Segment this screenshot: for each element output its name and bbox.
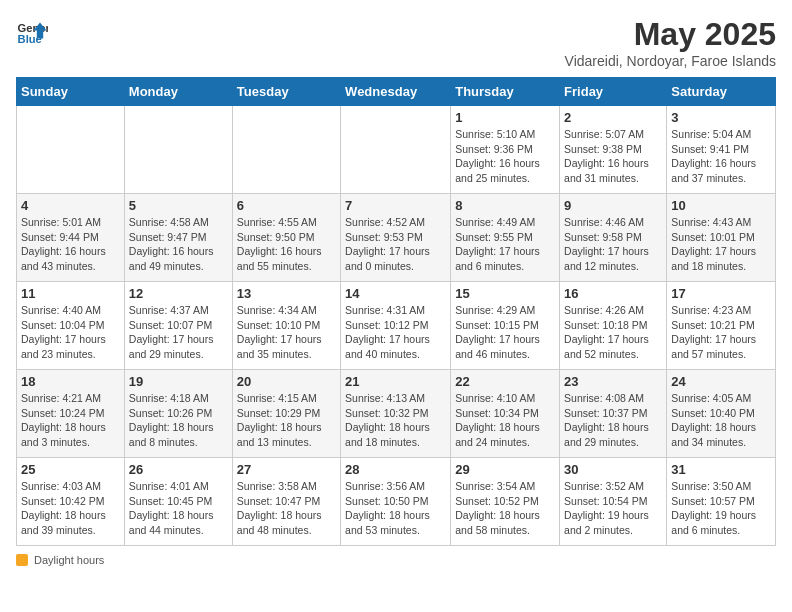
- day-number: 8: [455, 198, 555, 213]
- daylight-bar-icon: [16, 554, 28, 566]
- day-info: Sunrise: 5:10 AMSunset: 9:36 PMDaylight:…: [455, 127, 555, 186]
- day-info: Sunrise: 4:46 AMSunset: 9:58 PMDaylight:…: [564, 215, 662, 274]
- day-cell: 6Sunrise: 4:55 AMSunset: 9:50 PMDaylight…: [232, 194, 340, 282]
- day-cell: 17Sunrise: 4:23 AMSunset: 10:21 PMDaylig…: [667, 282, 776, 370]
- day-info: Sunrise: 4:37 AMSunset: 10:07 PMDaylight…: [129, 303, 228, 362]
- day-info: Sunrise: 4:08 AMSunset: 10:37 PMDaylight…: [564, 391, 662, 450]
- day-number: 27: [237, 462, 336, 477]
- day-info: Sunrise: 5:07 AMSunset: 9:38 PMDaylight:…: [564, 127, 662, 186]
- day-number: 1: [455, 110, 555, 125]
- day-number: 15: [455, 286, 555, 301]
- day-cell: 3Sunrise: 5:04 AMSunset: 9:41 PMDaylight…: [667, 106, 776, 194]
- day-number: 6: [237, 198, 336, 213]
- day-cell: 11Sunrise: 4:40 AMSunset: 10:04 PMDaylig…: [17, 282, 125, 370]
- day-number: 4: [21, 198, 120, 213]
- footer: Daylight hours: [16, 554, 776, 566]
- day-info: Sunrise: 5:04 AMSunset: 9:41 PMDaylight:…: [671, 127, 771, 186]
- day-number: 2: [564, 110, 662, 125]
- day-cell: 28Sunrise: 3:56 AMSunset: 10:50 PMDaylig…: [341, 458, 451, 546]
- day-cell: 23Sunrise: 4:08 AMSunset: 10:37 PMDaylig…: [560, 370, 667, 458]
- day-cell: 2Sunrise: 5:07 AMSunset: 9:38 PMDaylight…: [560, 106, 667, 194]
- day-number: 20: [237, 374, 336, 389]
- day-number: 11: [21, 286, 120, 301]
- day-info: Sunrise: 4:26 AMSunset: 10:18 PMDaylight…: [564, 303, 662, 362]
- day-cell: 12Sunrise: 4:37 AMSunset: 10:07 PMDaylig…: [124, 282, 232, 370]
- logo-icon: General Blue: [16, 16, 48, 48]
- title-area: May 2025 Vidareidi, Nordoyar, Faroe Isla…: [565, 16, 776, 69]
- weekday-header-sunday: Sunday: [17, 78, 125, 106]
- day-cell: 14Sunrise: 4:31 AMSunset: 10:12 PMDaylig…: [341, 282, 451, 370]
- day-info: Sunrise: 4:13 AMSunset: 10:32 PMDaylight…: [345, 391, 446, 450]
- day-cell: 29Sunrise: 3:54 AMSunset: 10:52 PMDaylig…: [451, 458, 560, 546]
- day-info: Sunrise: 4:10 AMSunset: 10:34 PMDaylight…: [455, 391, 555, 450]
- daylight-label: Daylight hours: [34, 554, 104, 566]
- weekday-header-thursday: Thursday: [451, 78, 560, 106]
- day-info: Sunrise: 3:58 AMSunset: 10:47 PMDaylight…: [237, 479, 336, 538]
- day-cell: 18Sunrise: 4:21 AMSunset: 10:24 PMDaylig…: [17, 370, 125, 458]
- day-number: 25: [21, 462, 120, 477]
- day-cell: [232, 106, 340, 194]
- weekday-header-wednesday: Wednesday: [341, 78, 451, 106]
- day-number: 26: [129, 462, 228, 477]
- day-number: 3: [671, 110, 771, 125]
- day-cell: 25Sunrise: 4:03 AMSunset: 10:42 PMDaylig…: [17, 458, 125, 546]
- day-number: 13: [237, 286, 336, 301]
- day-info: Sunrise: 4:49 AMSunset: 9:55 PMDaylight:…: [455, 215, 555, 274]
- day-info: Sunrise: 4:58 AMSunset: 9:47 PMDaylight:…: [129, 215, 228, 274]
- day-number: 5: [129, 198, 228, 213]
- day-info: Sunrise: 4:55 AMSunset: 9:50 PMDaylight:…: [237, 215, 336, 274]
- day-info: Sunrise: 4:21 AMSunset: 10:24 PMDaylight…: [21, 391, 120, 450]
- day-info: Sunrise: 5:01 AMSunset: 9:44 PMDaylight:…: [21, 215, 120, 274]
- weekday-header-saturday: Saturday: [667, 78, 776, 106]
- logo: General Blue: [16, 16, 48, 48]
- day-info: Sunrise: 4:03 AMSunset: 10:42 PMDaylight…: [21, 479, 120, 538]
- day-info: Sunrise: 4:52 AMSunset: 9:53 PMDaylight:…: [345, 215, 446, 274]
- day-number: 12: [129, 286, 228, 301]
- day-cell: 15Sunrise: 4:29 AMSunset: 10:15 PMDaylig…: [451, 282, 560, 370]
- day-cell: 8Sunrise: 4:49 AMSunset: 9:55 PMDaylight…: [451, 194, 560, 282]
- day-cell: 4Sunrise: 5:01 AMSunset: 9:44 PMDaylight…: [17, 194, 125, 282]
- day-cell: 13Sunrise: 4:34 AMSunset: 10:10 PMDaylig…: [232, 282, 340, 370]
- day-cell: 10Sunrise: 4:43 AMSunset: 10:01 PMDaylig…: [667, 194, 776, 282]
- day-number: 7: [345, 198, 446, 213]
- day-number: 14: [345, 286, 446, 301]
- day-number: 24: [671, 374, 771, 389]
- weekday-header-friday: Friday: [560, 78, 667, 106]
- day-info: Sunrise: 3:56 AMSunset: 10:50 PMDaylight…: [345, 479, 446, 538]
- day-number: 28: [345, 462, 446, 477]
- day-number: 23: [564, 374, 662, 389]
- day-number: 10: [671, 198, 771, 213]
- day-number: 16: [564, 286, 662, 301]
- day-info: Sunrise: 4:15 AMSunset: 10:29 PMDaylight…: [237, 391, 336, 450]
- day-number: 18: [21, 374, 120, 389]
- day-cell: 9Sunrise: 4:46 AMSunset: 9:58 PMDaylight…: [560, 194, 667, 282]
- day-cell: 24Sunrise: 4:05 AMSunset: 10:40 PMDaylig…: [667, 370, 776, 458]
- day-cell: 31Sunrise: 3:50 AMSunset: 10:57 PMDaylig…: [667, 458, 776, 546]
- day-info: Sunrise: 4:40 AMSunset: 10:04 PMDaylight…: [21, 303, 120, 362]
- weekday-header-row: SundayMondayTuesdayWednesdayThursdayFrid…: [17, 78, 776, 106]
- week-row-1: 1Sunrise: 5:10 AMSunset: 9:36 PMDaylight…: [17, 106, 776, 194]
- day-info: Sunrise: 3:52 AMSunset: 10:54 PMDaylight…: [564, 479, 662, 538]
- day-info: Sunrise: 4:23 AMSunset: 10:21 PMDaylight…: [671, 303, 771, 362]
- day-number: 31: [671, 462, 771, 477]
- day-info: Sunrise: 4:05 AMSunset: 10:40 PMDaylight…: [671, 391, 771, 450]
- month-title: May 2025: [565, 16, 776, 53]
- day-info: Sunrise: 4:31 AMSunset: 10:12 PMDaylight…: [345, 303, 446, 362]
- day-info: Sunrise: 3:50 AMSunset: 10:57 PMDaylight…: [671, 479, 771, 538]
- day-number: 21: [345, 374, 446, 389]
- week-row-2: 4Sunrise: 5:01 AMSunset: 9:44 PMDaylight…: [17, 194, 776, 282]
- day-cell: 7Sunrise: 4:52 AMSunset: 9:53 PMDaylight…: [341, 194, 451, 282]
- day-number: 30: [564, 462, 662, 477]
- weekday-header-monday: Monday: [124, 78, 232, 106]
- location-subtitle: Vidareidi, Nordoyar, Faroe Islands: [565, 53, 776, 69]
- day-number: 22: [455, 374, 555, 389]
- day-info: Sunrise: 4:34 AMSunset: 10:10 PMDaylight…: [237, 303, 336, 362]
- day-info: Sunrise: 4:29 AMSunset: 10:15 PMDaylight…: [455, 303, 555, 362]
- calendar-table: SundayMondayTuesdayWednesdayThursdayFrid…: [16, 77, 776, 546]
- day-cell: 22Sunrise: 4:10 AMSunset: 10:34 PMDaylig…: [451, 370, 560, 458]
- page-header: General Blue May 2025 Vidareidi, Nordoya…: [16, 16, 776, 69]
- day-cell: [17, 106, 125, 194]
- week-row-5: 25Sunrise: 4:03 AMSunset: 10:42 PMDaylig…: [17, 458, 776, 546]
- weekday-header-tuesday: Tuesday: [232, 78, 340, 106]
- day-cell: 20Sunrise: 4:15 AMSunset: 10:29 PMDaylig…: [232, 370, 340, 458]
